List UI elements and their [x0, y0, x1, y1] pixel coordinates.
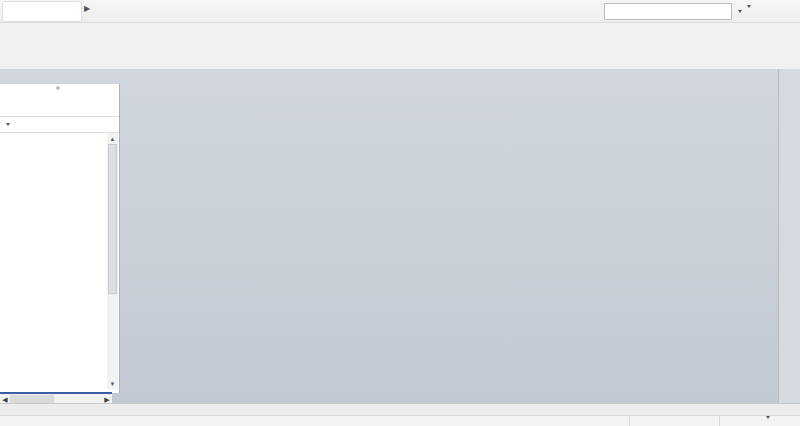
- feature-tree: [0, 133, 107, 392]
- help-search: [604, 3, 744, 20]
- solidworks-window: ▶ ▲: [0, 0, 800, 426]
- status-bar: [0, 415, 800, 426]
- solidworks-logo: [2, 1, 82, 22]
- menu-expand-arrow[interactable]: ▶: [84, 4, 90, 13]
- task-pane-strip: [778, 69, 800, 403]
- filter-caret[interactable]: [6, 123, 10, 126]
- content-area: ▲ ▼ ◀ ▶: [0, 69, 800, 403]
- feature-manager-panel: ▲ ▼ ◀ ▶: [0, 84, 120, 393]
- scroll-up-arrow[interactable]: ▲: [107, 133, 118, 144]
- scrollbar-thumb[interactable]: [108, 144, 117, 294]
- units-caret[interactable]: [764, 419, 772, 426]
- panel-splitter-grip[interactable]: [56, 86, 60, 90]
- tree-filter-row: [0, 116, 119, 133]
- scroll-down-arrow[interactable]: ▼: [107, 378, 118, 389]
- search-input[interactable]: [604, 3, 732, 20]
- motion-study-bar: [0, 403, 800, 415]
- title-bar: ▶: [0, 0, 800, 23]
- graphics-area[interactable]: [120, 69, 778, 403]
- help-caret[interactable]: [745, 5, 753, 8]
- search-caret[interactable]: [738, 10, 742, 13]
- command-manager: [0, 23, 800, 69]
- tree-vertical-scrollbar[interactable]: ▲ ▼: [107, 133, 118, 389]
